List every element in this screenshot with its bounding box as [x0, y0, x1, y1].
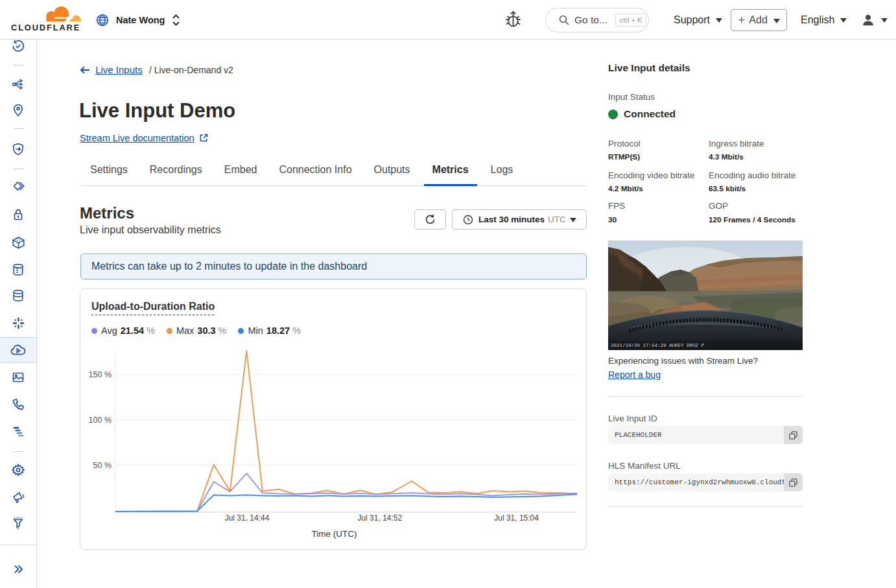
svg-text:Jul 31, 15:04: Jul 31, 15:04	[494, 513, 539, 523]
svg-text:Time (UTC): Time (UTC)	[312, 529, 357, 539]
svg-text:150 %: 150 %	[89, 370, 112, 379]
svg-text:50 %: 50 %	[93, 461, 112, 470]
svg-text:100 %: 100 %	[89, 416, 112, 425]
svg-text:CLOUDFLARE: CLOUDFLARE	[11, 23, 80, 32]
svg-text:Jul 31, 14:52: Jul 31, 14:52	[357, 513, 402, 523]
svg-text:Jul 31, 14:44: Jul 31, 14:44	[225, 513, 270, 523]
svg-text:2021/10/20 17:54:29 AUKEY DROZ: 2021/10/20 17:54:29 AUKEY DROZ P	[611, 343, 705, 348]
